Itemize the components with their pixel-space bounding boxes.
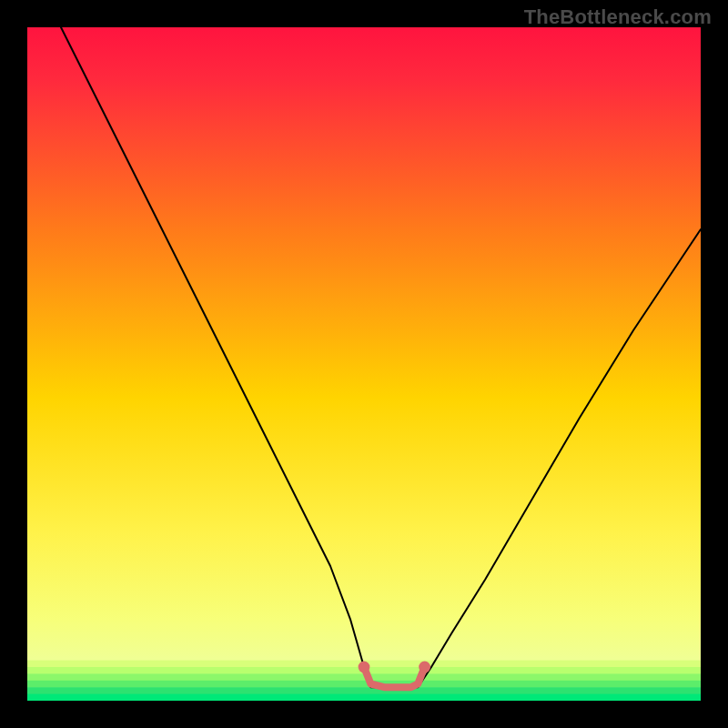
- svg-rect-0: [27, 27, 701, 701]
- svg-point-8: [419, 662, 430, 673]
- svg-rect-6: [27, 694, 701, 701]
- svg-rect-4: [27, 681, 701, 688]
- chart-frame: TheBottleneck.com: [0, 0, 728, 728]
- watermark-text: TheBottleneck.com: [524, 5, 712, 29]
- chart-svg: [27, 27, 701, 701]
- plot-area: [27, 27, 701, 701]
- svg-rect-5: [27, 687, 701, 694]
- svg-point-7: [359, 662, 370, 673]
